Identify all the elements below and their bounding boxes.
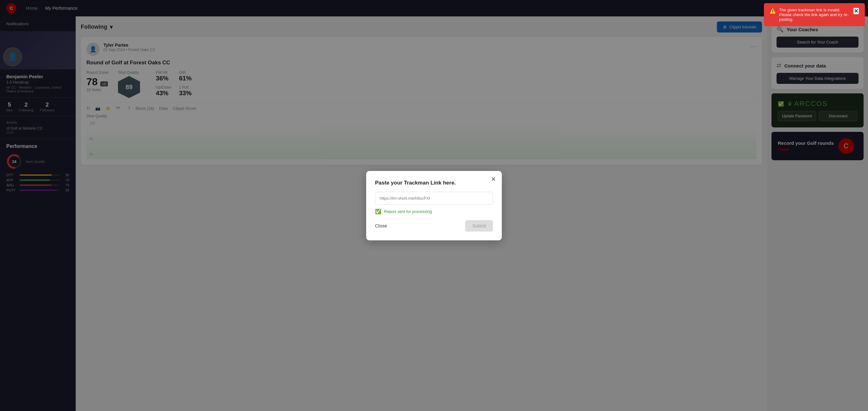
modal-overlay[interactable]: ✕ Paste your Trackman Link here. ✅ Repor… xyxy=(0,0,868,411)
error-toast-close-button[interactable]: ✕ xyxy=(853,7,859,14)
modal-close-button[interactable]: Close xyxy=(375,223,387,228)
modal-title: Paste your Trackman Link here. xyxy=(375,180,493,186)
modal-success-message: ✅ Report sent for processing xyxy=(375,209,493,215)
trackman-modal: ✕ Paste your Trackman Link here. ✅ Repor… xyxy=(366,171,502,240)
warning-icon: ⚠️ xyxy=(770,8,776,14)
error-toast: ⚠️ The given trackman link is invalid. P… xyxy=(764,3,865,26)
modal-actions: Close Submit xyxy=(375,220,493,231)
modal-submit-button[interactable]: Submit xyxy=(465,220,493,231)
error-toast-message: The given trackman link is invalid. Plea… xyxy=(779,7,850,22)
trackman-link-input[interactable] xyxy=(375,192,493,205)
success-check-icon: ✅ xyxy=(375,209,381,215)
success-text: Report sent for processing xyxy=(384,209,432,214)
modal-close-x-button[interactable]: ✕ xyxy=(491,176,496,183)
